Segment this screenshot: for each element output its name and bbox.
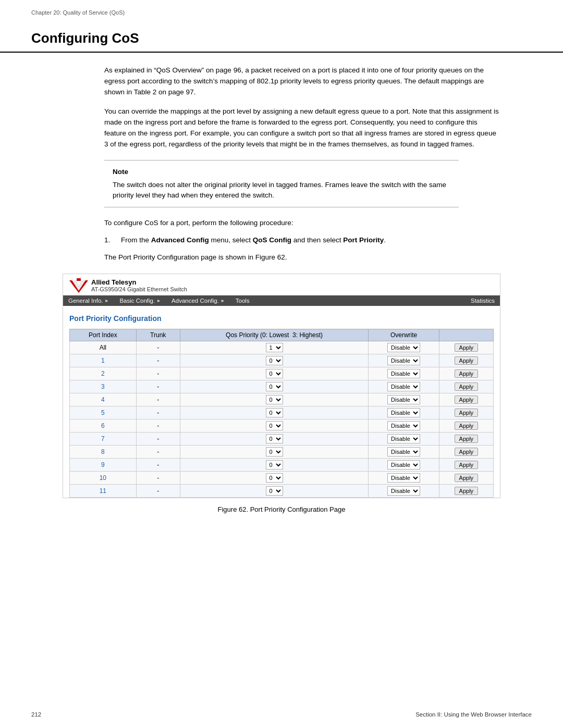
priority-cell[interactable]: 0123 (180, 393, 369, 406)
table-row: 2-0123DisableEnableApply (70, 367, 494, 380)
chapter-label: Chapter 20: Quality of Service (QoS) (31, 9, 125, 16)
trunk-cell: - (136, 445, 180, 458)
priority-select[interactable]: 0123 (266, 421, 283, 430)
port-index-cell: 8 (70, 445, 137, 458)
overwrite-cell[interactable]: DisableEnable (369, 393, 439, 406)
nav-tools[interactable]: Tools (230, 295, 255, 306)
overwrite-select[interactable]: DisableEnable (387, 369, 420, 378)
priority-cell[interactable]: 0123 (180, 432, 369, 445)
table-row: All-0123DisableEnableApply (70, 341, 494, 354)
apply-button[interactable]: Apply (455, 409, 479, 417)
apply-cell[interactable]: Apply (439, 458, 493, 471)
overwrite-cell[interactable]: DisableEnable (369, 367, 439, 380)
apply-button[interactable]: Apply (455, 422, 479, 430)
overwrite-cell[interactable]: DisableEnable (369, 406, 439, 419)
apply-button[interactable]: Apply (455, 356, 479, 365)
priority-select[interactable]: 0123 (266, 408, 283, 417)
note-text: The switch does not alter the original p… (113, 180, 450, 201)
priority-select[interactable]: 0123 (266, 395, 283, 404)
overwrite-select[interactable]: DisableEnable (387, 460, 420, 470)
overwrite-select[interactable]: DisableEnable (387, 408, 420, 417)
port-index-cell: All (70, 341, 137, 354)
apply-button[interactable]: Apply (455, 369, 479, 378)
nav-advanced-config[interactable]: Advanced Config. ► (166, 295, 230, 306)
overwrite-select[interactable]: DisableEnable (387, 382, 420, 391)
apply-cell[interactable]: Apply (439, 367, 493, 380)
priority-select[interactable]: 0123 (266, 460, 283, 470)
priority-select[interactable]: 0123 (266, 343, 283, 352)
apply-button[interactable]: Apply (455, 435, 479, 443)
trunk-cell: - (136, 393, 180, 406)
apply-button[interactable]: Apply (455, 461, 479, 469)
overwrite-select[interactable]: DisableEnable (387, 421, 420, 430)
priority-select[interactable]: 0123 (266, 369, 283, 378)
apply-button[interactable]: Apply (455, 474, 479, 482)
apply-button[interactable]: Apply (455, 382, 479, 391)
apply-button[interactable]: Apply (455, 448, 479, 456)
priority-cell[interactable]: 0123 (180, 367, 369, 380)
priority-select[interactable]: 0123 (266, 356, 283, 365)
page-header: Chapter 20: Quality of Service (QoS) (0, 0, 563, 16)
priority-cell[interactable]: 0123 (180, 380, 369, 393)
overwrite-cell[interactable]: DisableEnable (369, 432, 439, 445)
overwrite-cell[interactable]: DisableEnable (369, 341, 439, 354)
trunk-cell: - (136, 419, 180, 432)
port-index-cell: 6 (70, 419, 137, 432)
priority-cell[interactable]: 0123 (180, 458, 369, 471)
overwrite-select[interactable]: DisableEnable (387, 473, 420, 483)
overwrite-cell[interactable]: DisableEnable (369, 471, 439, 484)
trunk-cell: - (136, 380, 180, 393)
priority-select[interactable]: 0123 (266, 447, 283, 456)
priority-cell[interactable]: 0123 (180, 419, 369, 432)
nav-basic-config[interactable]: Basic Config. ► (114, 295, 166, 306)
apply-cell[interactable]: Apply (439, 484, 493, 497)
priority-cell[interactable]: 0123 (180, 354, 369, 367)
apply-button[interactable]: Apply (455, 396, 479, 404)
overwrite-select[interactable]: DisableEnable (387, 434, 420, 443)
overwrite-select[interactable]: DisableEnable (387, 356, 420, 365)
priority-cell[interactable]: 0123 (180, 341, 369, 354)
apply-cell[interactable]: Apply (439, 341, 493, 354)
apply-cell[interactable]: Apply (439, 380, 493, 393)
overwrite-select[interactable]: DisableEnable (387, 486, 420, 496)
overwrite-select[interactable]: DisableEnable (387, 447, 420, 456)
apply-cell[interactable]: Apply (439, 354, 493, 367)
priority-cell[interactable]: 0123 (180, 445, 369, 458)
priority-select[interactable]: 0123 (266, 382, 283, 391)
apply-cell[interactable]: Apply (439, 432, 493, 445)
priority-cell[interactable]: 0123 (180, 406, 369, 419)
apply-cell[interactable]: Apply (439, 406, 493, 419)
table-row: 7-0123DisableEnableApply (70, 432, 494, 445)
overwrite-select[interactable]: DisableEnable (387, 395, 420, 404)
svg-rect-2 (77, 278, 81, 281)
priority-cell[interactable]: 0123 (180, 484, 369, 497)
apply-cell[interactable]: Apply (439, 445, 493, 458)
apply-cell[interactable]: Apply (439, 471, 493, 484)
nav-statistics[interactable]: Statistics (466, 295, 500, 306)
figure-caption: Figure 62. Port Priority Configuration P… (31, 505, 532, 513)
priority-select[interactable]: 0123 (266, 473, 283, 483)
overwrite-cell[interactable]: DisableEnable (369, 458, 439, 471)
page-footer: 212 Section II: Using the Web Browser In… (31, 711, 532, 718)
apply-cell[interactable]: Apply (439, 419, 493, 432)
overwrite-cell[interactable]: DisableEnable (369, 419, 439, 432)
step-bold-3: Port Priority (343, 236, 384, 244)
overwrite-cell[interactable]: DisableEnable (369, 354, 439, 367)
overwrite-cell[interactable]: DisableEnable (369, 445, 439, 458)
nav-general-info[interactable]: General Info. ► (63, 295, 114, 306)
priority-select[interactable]: 0123 (266, 434, 283, 443)
figure-container: Allied Telesyn AT-GS950/24 Gigabit Ether… (63, 274, 500, 498)
port-index-cell: 7 (70, 432, 137, 445)
apply-cell[interactable]: Apply (439, 393, 493, 406)
apply-button[interactable]: Apply (455, 343, 479, 352)
nav-arrow-general: ► (104, 298, 109, 303)
apply-button[interactable]: Apply (455, 487, 479, 495)
overwrite-cell[interactable]: DisableEnable (369, 380, 439, 393)
col-qos-priority: Qos Priority (0: Lowest 3: Highest) (180, 329, 369, 341)
overwrite-cell[interactable]: DisableEnable (369, 484, 439, 497)
overwrite-select[interactable]: DisableEnable (387, 343, 420, 352)
priority-select[interactable]: 0123 (266, 486, 283, 496)
table-row: 6-0123DisableEnableApply (70, 419, 494, 432)
priority-cell[interactable]: 0123 (180, 471, 369, 484)
note-label: Note (113, 167, 450, 177)
